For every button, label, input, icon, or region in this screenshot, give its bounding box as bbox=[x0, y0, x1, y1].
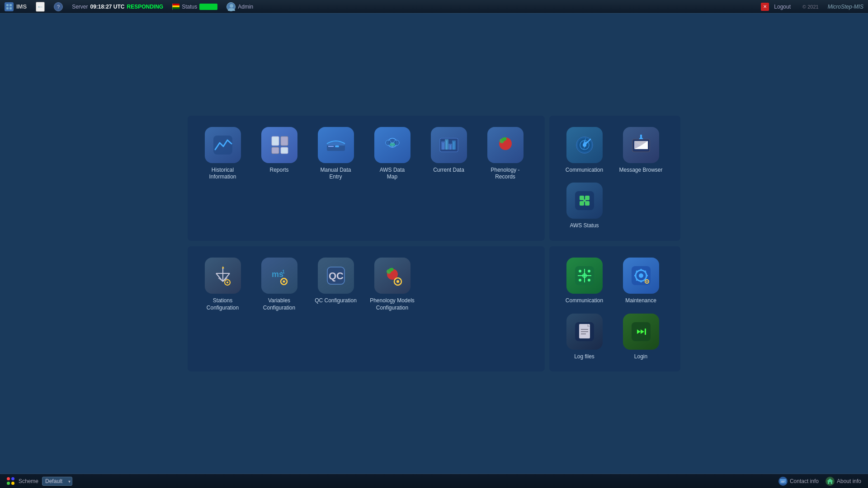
svg-line-76 bbox=[285, 283, 286, 284]
status-section: Status bbox=[172, 4, 217, 10]
aws-status-label: AWS Status bbox=[570, 222, 599, 230]
logout-button[interactable]: Logout bbox=[771, 3, 793, 11]
bottom-left-panel: StationsConfiguration ms -1 bbox=[188, 246, 545, 371]
current-data-icon[interactable]: Current Data bbox=[423, 125, 475, 183]
svg-rect-0 bbox=[6, 4, 9, 6]
login-label: Login bbox=[634, 353, 647, 361]
about-info-button[interactable]: About info bbox=[826, 477, 861, 486]
scheme-select-wrapper[interactable]: Default Dark Light bbox=[42, 477, 72, 486]
stations-config-icon[interactable]: StationsConfiguration bbox=[197, 255, 249, 314]
svg-point-22 bbox=[390, 143, 392, 146]
aws-data-label: AWS DataMap bbox=[380, 167, 405, 181]
svg-line-93 bbox=[395, 284, 396, 285]
phenology-label: Phenology -Records bbox=[491, 167, 519, 181]
contact-info-button[interactable]: Contact info bbox=[778, 477, 819, 486]
svg-line-112 bbox=[636, 279, 637, 281]
svg-rect-11 bbox=[281, 136, 288, 145]
contact-icon bbox=[778, 477, 788, 486]
historical-label: HistoricalInformation bbox=[209, 167, 236, 181]
reports-icon-box bbox=[261, 127, 297, 163]
variables-config-icon[interactable]: ms -1 bbox=[253, 255, 305, 314]
svg-point-98 bbox=[588, 270, 590, 272]
current-data-icon-box bbox=[431, 127, 467, 163]
phenology-models-icon[interactable]: Phenology ModelsConfiguration bbox=[366, 255, 418, 314]
svg-text:QC: QC bbox=[329, 270, 344, 282]
message-browser-label: Message Browser bbox=[619, 167, 662, 174]
login-icon-box bbox=[623, 314, 659, 350]
svg-rect-130 bbox=[829, 482, 831, 484]
svg-line-109 bbox=[636, 271, 637, 272]
reports-label: Reports bbox=[269, 167, 288, 174]
scheme-select[interactable]: Default Dark Light bbox=[42, 477, 72, 486]
app-name: IMS bbox=[16, 3, 27, 10]
svg-rect-5 bbox=[172, 5, 179, 7]
svg-rect-32 bbox=[452, 141, 456, 150]
svg-rect-2 bbox=[6, 7, 9, 9]
maintenance-icon[interactable]: Maintenance bbox=[615, 255, 667, 307]
aws-status-icon-box bbox=[566, 183, 603, 219]
app-logo: IMS bbox=[5, 2, 27, 11]
message-browser-icon[interactable]: Message Browser bbox=[615, 125, 667, 176]
communication2-icon[interactable]: Communication bbox=[558, 255, 610, 307]
phenology-icon-box bbox=[487, 127, 524, 163]
svg-rect-29 bbox=[441, 141, 445, 150]
admin-label: Admin bbox=[238, 4, 253, 10]
svg-line-75 bbox=[282, 279, 283, 280]
svg-point-100 bbox=[588, 279, 590, 282]
variables-config-label: VariablesConfiguration bbox=[263, 297, 295, 311]
bottom-panel-row: StationsConfiguration ms -1 bbox=[188, 246, 680, 371]
reports-icon[interactable]: Reports bbox=[253, 125, 305, 183]
svg-point-70 bbox=[283, 281, 285, 283]
server-label: Server bbox=[72, 4, 88, 10]
responding-badge: RESPONDING bbox=[127, 4, 164, 10]
top-panel-row: HistoricalInformation Reports bbox=[188, 116, 680, 241]
log-files-icon-box bbox=[566, 314, 603, 350]
server-time: 09:18:27 UTC bbox=[90, 4, 124, 10]
svg-rect-12 bbox=[272, 147, 279, 154]
log-files-icon[interactable]: Log files bbox=[558, 311, 610, 363]
svg-point-97 bbox=[579, 270, 581, 272]
svg-point-99 bbox=[579, 279, 581, 282]
communication2-icon-box bbox=[566, 258, 603, 294]
help-button[interactable]: ? bbox=[54, 2, 63, 11]
historical-icon[interactable]: HistoricalInformation bbox=[197, 125, 249, 183]
qc-config-icon[interactable]: QC QC Configuration bbox=[310, 255, 362, 314]
svg-line-77 bbox=[285, 279, 286, 280]
status-label: Status bbox=[182, 4, 197, 10]
svg-point-114 bbox=[646, 281, 647, 282]
status-indicator bbox=[199, 4, 217, 10]
svg-rect-46 bbox=[640, 135, 642, 139]
svg-rect-30 bbox=[445, 139, 448, 150]
brand: MicroStep-MIS bbox=[828, 4, 863, 10]
svg-line-90 bbox=[395, 279, 396, 280]
top-right-panel: Communication bbox=[549, 116, 680, 241]
phenology-icon[interactable]: Phenology -Records bbox=[479, 125, 531, 183]
scheme-label: Scheme bbox=[19, 478, 38, 484]
svg-line-111 bbox=[644, 271, 646, 272]
svg-point-62 bbox=[226, 282, 228, 283]
footer: Scheme Default Dark Light Contact info bbox=[0, 474, 868, 488]
communication-label: Communication bbox=[566, 167, 603, 174]
aws-data-icon[interactable]: AWS DataMap bbox=[366, 125, 418, 183]
log-files-label: Log files bbox=[574, 353, 594, 361]
svg-rect-10 bbox=[272, 136, 279, 145]
manual-data-icon-box bbox=[318, 127, 354, 163]
main-content: HistoricalInformation Reports bbox=[0, 14, 868, 474]
svg-rect-4 bbox=[172, 4, 179, 5]
message-browser-icon-box bbox=[623, 127, 659, 163]
phenology-models-icon-box bbox=[374, 258, 410, 294]
manual-data-label: Manual DataEntry bbox=[320, 167, 351, 181]
logout-icon: ✕ bbox=[761, 3, 769, 11]
communication-icon[interactable]: Communication bbox=[558, 125, 610, 176]
user-section: Admin bbox=[226, 2, 253, 11]
manual-data-icon[interactable]: Manual DataEntry bbox=[310, 125, 362, 183]
svg-line-78 bbox=[282, 283, 283, 284]
svg-point-85 bbox=[396, 280, 399, 283]
back-button[interactable]: ← bbox=[36, 2, 45, 12]
flag-icon bbox=[172, 4, 179, 10]
maintenance-label: Maintenance bbox=[625, 297, 656, 305]
app-logo-icon bbox=[5, 2, 14, 11]
aws-status-icon[interactable]: AWS Status bbox=[558, 180, 610, 232]
bottom-right-panel: Communication bbox=[549, 246, 680, 371]
login-icon[interactable]: Login bbox=[615, 311, 667, 363]
